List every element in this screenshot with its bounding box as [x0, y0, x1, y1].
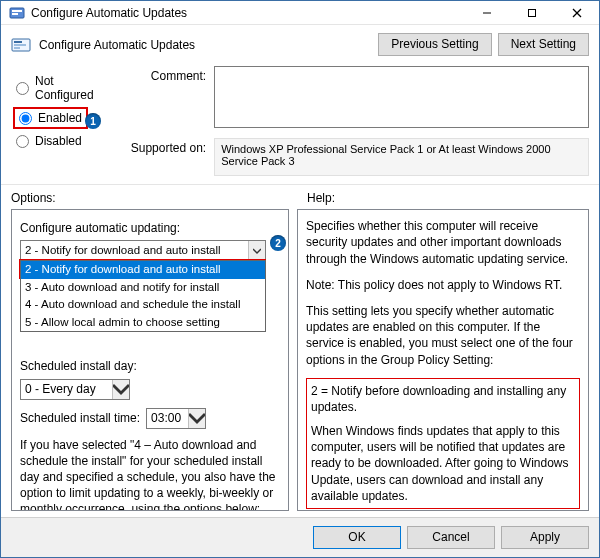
radio-enabled-input[interactable] — [19, 112, 32, 125]
help-heading: Help: — [297, 185, 589, 209]
radio-not-configured-input[interactable] — [16, 82, 29, 95]
mid-labels: Options: Help: — [1, 184, 599, 209]
svg-rect-8 — [14, 41, 22, 43]
next-setting-button[interactable]: Next Setting — [498, 33, 589, 56]
comment-textarea[interactable] — [214, 66, 589, 128]
help-text: Specifies whether this computer will rec… — [306, 218, 580, 267]
maximize-button[interactable] — [509, 1, 554, 24]
annotation-badge-1: 1 — [85, 113, 101, 129]
options-heading: Options: — [11, 185, 297, 209]
sched-day-label: Scheduled install day: — [20, 358, 280, 374]
sched-time-combo[interactable]: 03:00 — [146, 408, 206, 429]
radio-not-configured[interactable]: Not Configured — [13, 70, 114, 106]
help-text: Note: This policy does not apply to Wind… — [306, 277, 580, 293]
dialog-footer: OK Cancel Apply — [1, 517, 599, 557]
radio-disabled[interactable]: Disabled — [13, 130, 114, 152]
svg-rect-4 — [528, 9, 535, 16]
help-highlight: 2 = Notify before downloading and instal… — [306, 378, 580, 509]
ok-button[interactable]: OK — [313, 526, 401, 549]
sched-time-label: Scheduled install time: — [20, 410, 140, 426]
meta-grid: Comment: Supported on: Windows XP Profes… — [126, 66, 589, 176]
radio-enabled-label: Enabled — [38, 111, 82, 125]
state-radios: Not Configured Enabled 1 Disabled — [11, 66, 116, 176]
dropdown-item[interactable]: 5 - Allow local admin to choose setting — [21, 314, 265, 332]
supported-on-text: Windows XP Professional Service Pack 1 o… — [214, 138, 589, 176]
radio-enabled[interactable]: Enabled — [17, 109, 84, 127]
svg-rect-10 — [14, 47, 20, 49]
header: Configure Automatic Updates Previous Set… — [1, 25, 599, 66]
radio-disabled-input[interactable] — [16, 135, 29, 148]
radio-not-configured-label: Not Configured — [35, 74, 111, 102]
svg-rect-1 — [12, 10, 22, 12]
options-note: If you have selected "4 – Auto download … — [20, 437, 280, 511]
sched-day-combo[interactable]: 0 - Every day — [20, 379, 130, 400]
main-split: Configure automatic updating: 2 - Notify… — [1, 209, 599, 517]
comment-label: Comment: — [126, 66, 206, 83]
window-buttons — [464, 1, 599, 24]
configure-label: Configure automatic updating: — [20, 220, 280, 236]
chevron-down-icon — [112, 380, 129, 399]
titlebar: Configure Automatic Updates — [1, 1, 599, 25]
sched-time-value: 03:00 — [147, 410, 188, 426]
close-button[interactable] — [554, 1, 599, 24]
chevron-down-icon — [248, 241, 265, 260]
page-title: Configure Automatic Updates — [39, 38, 370, 52]
apply-button[interactable]: Apply — [501, 526, 589, 549]
help-text: 2 = Notify before downloading and instal… — [311, 383, 575, 415]
window-title: Configure Automatic Updates — [31, 6, 464, 20]
dropdown-item[interactable]: 3 - Auto download and notify for install — [21, 279, 265, 297]
configure-dropdown[interactable]: 2 - Notify for download and auto install… — [20, 260, 266, 332]
supported-label: Supported on: — [126, 138, 206, 155]
radio-disabled-label: Disabled — [35, 134, 82, 148]
dropdown-item[interactable]: 2 - Notify for download and auto install — [21, 261, 265, 279]
svg-rect-9 — [14, 44, 26, 46]
options-panel[interactable]: Configure automatic updating: 2 - Notify… — [11, 209, 289, 511]
configure-combo[interactable]: 2 - Notify for download and auto install — [20, 240, 266, 261]
nav-buttons: Previous Setting Next Setting — [378, 33, 589, 56]
svg-rect-2 — [12, 13, 18, 15]
help-text: This setting lets you specify whether au… — [306, 303, 580, 368]
annotation-badge-2: 2 — [270, 235, 286, 251]
minimize-button[interactable] — [464, 1, 509, 24]
policy-icon — [11, 35, 31, 55]
chevron-down-icon — [188, 409, 205, 428]
sched-day-value: 0 - Every day — [21, 381, 112, 397]
cancel-button[interactable]: Cancel — [407, 526, 495, 549]
configure-combo-value: 2 - Notify for download and auto install — [21, 243, 248, 259]
help-panel[interactable]: Specifies whether this computer will rec… — [297, 209, 589, 511]
app-icon — [9, 5, 25, 21]
previous-setting-button[interactable]: Previous Setting — [378, 33, 491, 56]
window: Configure Automatic Updates Configure Au… — [0, 0, 600, 558]
help-text: When Windows finds updates that apply to… — [311, 423, 575, 504]
dropdown-item[interactable]: 4 - Auto download and schedule the insta… — [21, 296, 265, 314]
config-top: Not Configured Enabled 1 Disabled Commen… — [1, 66, 599, 184]
